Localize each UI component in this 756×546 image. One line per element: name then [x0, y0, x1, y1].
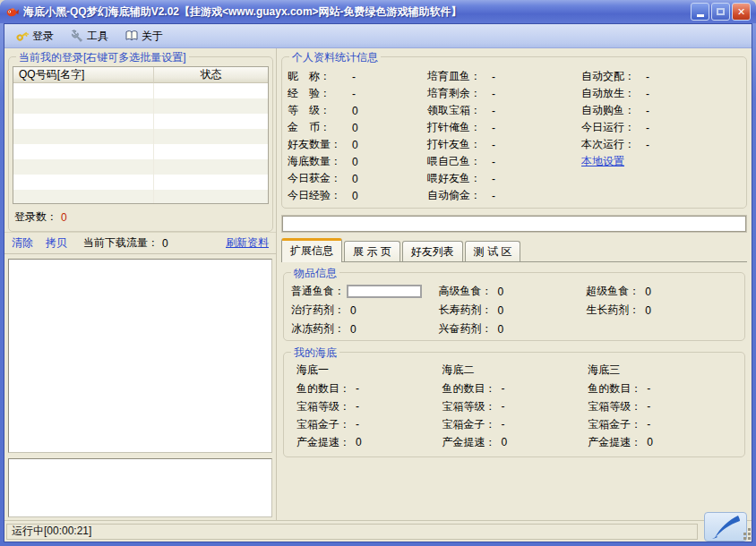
- stat-value: 0: [352, 190, 358, 202]
- account-table-body[interactable]: [13, 83, 268, 204]
- stats-column-1: 昵 称：- 经 验：- 等 级：0 金 币：0 好友数量：0 海底数量：0 今日…: [288, 68, 427, 208]
- column-header-qq[interactable]: QQ号码[名字]: [13, 67, 154, 83]
- info-input[interactable]: [282, 216, 746, 232]
- item-value: 0: [498, 323, 504, 336]
- stats-column-3: 自动交配：- 自动放生：- 自动购鱼：- 今日运行：- 本次运行：- 本地设置: [581, 68, 743, 208]
- stat-label: 本次运行：: [581, 137, 644, 152]
- app-window: 海底小黑-QQ梦幻海底辅助V2.02【挂游戏<www.guayx.com>网站-…: [0, 0, 756, 546]
- tabstrip: 扩展信息 展 示 页 好友列表 测 试 区: [281, 238, 747, 261]
- maximize-button[interactable]: [711, 3, 730, 21]
- seabed-value: -: [647, 400, 650, 413]
- tab-display-page[interactable]: 展 示 页: [344, 241, 400, 261]
- log-toolbar: 清除 拷贝 当前下载流量： 0 刷新资料: [4, 232, 276, 254]
- stat-label: 等 级：: [288, 103, 350, 118]
- table-row[interactable]: [13, 83, 268, 98]
- table-row[interactable]: [13, 175, 268, 190]
- stat-value: 0: [352, 173, 358, 185]
- stat-value: -: [492, 139, 495, 151]
- item-label: 高级鱼食：: [439, 284, 493, 299]
- table-row[interactable]: [13, 144, 268, 159]
- seabed-name: 海底三: [588, 360, 741, 380]
- book-icon: [125, 29, 139, 43]
- item-label: 兴奋药剂：: [439, 321, 493, 337]
- column-header-status[interactable]: 状态: [154, 67, 268, 83]
- stat-label: 自动交配：: [581, 69, 644, 84]
- table-row[interactable]: [13, 129, 268, 144]
- status-text: 运行中[00:00:21]: [12, 524, 91, 539]
- stat-value: -: [492, 156, 495, 168]
- login-groupbox: 当前我的登录[右键可多选批量设置] QQ号码[名字] 状态: [8, 56, 273, 232]
- stat-label: 昵 称：: [288, 69, 350, 84]
- copy-link[interactable]: 拷贝: [46, 235, 67, 251]
- item-value: 0: [645, 286, 651, 298]
- traffic-label: 当前下载流量：: [83, 235, 159, 251]
- stat-value: -: [492, 190, 495, 202]
- stat-value: -: [646, 105, 649, 117]
- local-settings-link[interactable]: 本地设置: [581, 154, 624, 169]
- key-icon: [15, 29, 30, 43]
- item-label: 普通鱼食：: [291, 284, 345, 299]
- close-button[interactable]: ✕: [732, 3, 751, 21]
- table-row[interactable]: [13, 98, 268, 114]
- stat-label: 今日运行：: [581, 120, 644, 135]
- common-fish-food-input[interactable]: [347, 285, 422, 298]
- seabed-column-3: 海底三 鱼的数目：- 宝箱等级：- 宝箱金子：- 产金提速：0: [588, 360, 741, 455]
- account-table[interactable]: QQ号码[名字] 状态: [13, 66, 269, 204]
- stat-label: 好友数量：: [288, 137, 350, 152]
- app-fish-icon: [5, 4, 20, 19]
- brand-swoosh-logo[interactable]: [704, 512, 747, 542]
- seabeds-groupbox: 我的海底 海底一 鱼的数目：- 宝箱等级：- 宝箱金子：- 产金提速：0 海底二…: [283, 352, 745, 457]
- resize-grip[interactable]: [748, 537, 751, 540]
- wrench-icon: [70, 29, 84, 43]
- table-row[interactable]: [13, 114, 268, 129]
- stat-label: 培育皿鱼：: [427, 69, 490, 84]
- item-value: 0: [350, 323, 357, 336]
- stat-value: -: [492, 122, 495, 134]
- table-row[interactable]: [13, 159, 268, 175]
- stat-label: 今日经验：: [288, 188, 350, 203]
- stat-label: 培育剩余：: [427, 86, 490, 101]
- main-area: 当前我的登录[右键可多选批量设置] QQ号码[名字] 状态: [4, 48, 752, 520]
- seabed-label: 产金提速：: [296, 435, 350, 450]
- message-box[interactable]: [8, 458, 272, 517]
- item-label: 长寿药剂：: [439, 303, 493, 318]
- minimize-button[interactable]: [691, 3, 709, 21]
- stat-value: -: [492, 71, 495, 83]
- seabed-column-2: 海底二 鱼的数目：- 宝箱等级：- 宝箱金子：- 产金提速：0: [442, 360, 588, 455]
- seabed-label: 鱼的数目：: [296, 381, 350, 397]
- tools-button[interactable]: 工具: [64, 25, 116, 47]
- stats-column-2: 培育皿鱼：- 培育剩余：- 领取宝箱：- 打针俺鱼：- 打针友鱼：- 喂自己鱼：…: [427, 68, 581, 208]
- tab-friend-list[interactable]: 好友列表: [402, 241, 463, 261]
- traffic-value: 0: [162, 237, 168, 250]
- clear-link[interactable]: 清除: [12, 235, 33, 251]
- titlebar[interactable]: 海底小黑-QQ梦幻海底辅助V2.02【挂游戏<www.guayx.com>网站-…: [0, 0, 756, 23]
- stat-value: -: [492, 105, 495, 117]
- item-label: 超级鱼食：: [586, 284, 640, 299]
- stat-value: -: [492, 173, 495, 185]
- item-label: 治疗药剂：: [291, 303, 345, 318]
- table-row[interactable]: [13, 190, 268, 204]
- stat-value: -: [646, 139, 649, 151]
- login-button[interactable]: 登录: [10, 25, 61, 47]
- stat-label: 自动偷金：: [427, 188, 490, 203]
- tab-test-area[interactable]: 测 试 区: [465, 241, 521, 261]
- login-button-label: 登录: [32, 29, 54, 44]
- stat-label: 喂自己鱼：: [427, 154, 490, 169]
- items-groupbox: 物品信息 普通鱼食： 高级鱼食：0 超级鱼食：0 治疗药剂：0 长寿药剂：0 生…: [283, 272, 745, 341]
- item-value: 0: [645, 304, 651, 317]
- seabed-value: -: [647, 382, 650, 395]
- tabpage-extended-info: 物品信息 普通鱼食： 高级鱼食：0 超级鱼食：0 治疗药剂：0 长寿药剂：0 生…: [281, 261, 747, 520]
- log-listbox[interactable]: [8, 259, 272, 453]
- refresh-profile-link[interactable]: 刷新资料: [226, 235, 269, 251]
- stat-label: 喂好友鱼：: [427, 171, 490, 186]
- seabed-label: 宝箱等级：: [588, 399, 641, 414]
- tab-extended-info[interactable]: 扩展信息: [281, 238, 342, 262]
- seabed-label: 产金提速：: [588, 435, 641, 450]
- stat-label: 金 币：: [288, 120, 350, 135]
- right-panel: 个人资料统计信息 昵 称：- 经 验：- 等 级：0 金 币：0 好友数量：0 …: [277, 48, 752, 520]
- item-cell: 兴奋药剂：0: [439, 320, 587, 338]
- seabed-value: -: [502, 382, 505, 395]
- about-button[interactable]: 关于: [119, 25, 170, 47]
- seabeds-group-title: 我的海底: [291, 346, 339, 361]
- seabed-label: 鱼的数目：: [588, 381, 641, 397]
